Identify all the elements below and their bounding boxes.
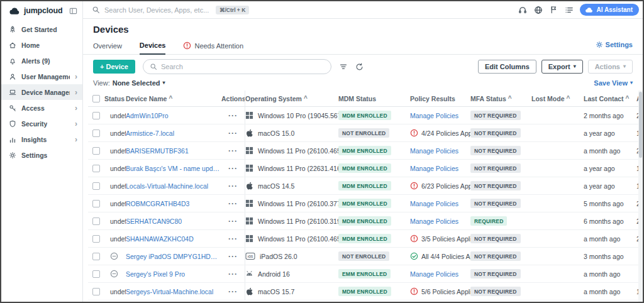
column-header-policy-results[interactable]: Policy Results — [410, 91, 470, 106]
select-all-checkbox[interactable] — [88, 91, 104, 106]
sidebar-item-settings[interactable]: Settings — [1, 147, 82, 163]
global-search-input[interactable] — [104, 6, 211, 14]
row-checkbox[interactable] — [88, 107, 104, 124]
scrollbar-thumb[interactable] — [639, 92, 642, 158]
row-checkbox[interactable] — [88, 142, 104, 159]
row-actions-button[interactable]: ··· — [221, 160, 245, 177]
row-actions-button[interactable]: ··· — [221, 177, 245, 194]
policy-results-cell: Manage Policies — [410, 195, 470, 212]
column-header-status[interactable]: Status^ — [104, 91, 126, 106]
task-queue-icon[interactable] — [565, 6, 574, 14]
manage-policies-link[interactable]: Manage Policies — [410, 165, 458, 172]
ai-assistant-button[interactable]: AI Assistant — [580, 4, 639, 16]
manage-policies-link[interactable]: Manage Policies — [410, 200, 458, 207]
sidebar-item-home[interactable]: Home — [1, 37, 82, 53]
row-checkbox[interactable] — [88, 160, 104, 177]
display-options-icon[interactable] — [339, 62, 348, 71]
edit-columns-button[interactable]: Edit Columns — [478, 60, 536, 74]
tab-needs-attention[interactable]: Needs Attention — [183, 41, 243, 54]
mdm-status-badge: MDM ENROLLED — [338, 216, 391, 226]
column-header-mfa-status[interactable]: MFA Status^ — [470, 91, 531, 106]
tab-devices[interactable]: Devices — [140, 41, 166, 55]
row-actions-button[interactable]: ··· — [221, 212, 245, 229]
device-status-error-icon: undefined — [104, 142, 126, 159]
device-name-link[interactable]: BARISERMUTBF361 — [126, 147, 189, 155]
device-name-link[interactable]: Sergey's Pixel 9 Pro — [126, 270, 185, 278]
sidebar-item-alerts-9[interactable]: Alerts (9) — [1, 53, 82, 69]
sidebar-item-label: Settings — [21, 152, 47, 159]
mdm-status-badge: NOT ENROLLED — [338, 128, 389, 138]
column-header-lost-mode[interactable]: Lost Mode^ — [531, 91, 584, 106]
row-checkbox[interactable] — [88, 230, 104, 247]
device-name-link[interactable]: Locals-Virtual-Machine.local — [126, 182, 208, 190]
manage-policies-link[interactable]: Manage Policies — [410, 147, 458, 155]
save-view-button[interactable]: Save View▾ — [594, 79, 633, 87]
device-name-link[interactable]: SHAHNAWAZKHC04D — [126, 235, 194, 243]
table-search[interactable] — [143, 59, 331, 74]
device-name-link[interactable]: Sergeys-Virtual-Machine.local — [126, 288, 213, 295]
column-header-operating-system[interactable]: Operating System^ — [245, 91, 338, 106]
row-checkbox[interactable] — [88, 177, 104, 194]
column-header-device-name[interactable]: Device Name^ — [126, 91, 221, 106]
sidebar-item-get-started[interactable]: Get Started — [1, 21, 82, 37]
global-search[interactable]: ⌘/Ctrl + K — [92, 6, 513, 14]
logo-row: jumpcloud — [1, 1, 82, 21]
vertical-scrollbar[interactable] — [638, 91, 643, 302]
row-actions-button[interactable]: ··· — [221, 265, 245, 282]
caret-down-icon: ▾ — [163, 80, 165, 85]
add-device-button[interactable]: + Device — [93, 60, 135, 74]
row-actions-button[interactable]: ··· — [221, 248, 245, 265]
actions-button[interactable]: Actions▾ — [588, 60, 633, 74]
policy-warning: 5/6 Policies Applied — [410, 287, 470, 295]
column-header-actions[interactable]: Actions — [221, 91, 245, 106]
column-header-mdm-status[interactable]: MDM Status — [338, 91, 410, 106]
device-name-link[interactable]: Sergey iPadOS DMPYG1HDKD6L — [126, 253, 221, 260]
device-name-link[interactable]: AdmWin10Pro — [126, 112, 169, 119]
row-checkbox[interactable] — [88, 265, 104, 282]
laptop-icon — [9, 89, 16, 96]
view-row: View: None Selected▾ Save View▾ — [83, 78, 643, 91]
os-label: Windows 11 Pro (22631.4169) — [258, 165, 338, 172]
manage-policies-link[interactable]: Manage Policies — [410, 218, 458, 225]
sidebar-item-device-management[interactable]: Device Management› — [1, 84, 82, 100]
sidebar-item-user-management[interactable]: User Management› — [1, 69, 82, 84]
refresh-icon[interactable] — [355, 63, 364, 71]
mfa-status-badge: REQUIRED — [470, 216, 507, 226]
device-name-link[interactable]: Armistice-7.local — [126, 129, 174, 137]
sidebar-item-insights[interactable]: Insights› — [1, 131, 82, 147]
view-selector[interactable]: None Selected▾ — [113, 79, 165, 87]
device-name-link[interactable]: SERHATCAN9C80 — [126, 218, 182, 225]
sidebar-item-security[interactable]: Security› — [1, 116, 82, 131]
device-name-link[interactable]: Burak Başcı's VM - name update — [126, 165, 221, 172]
sidebar-item-access[interactable]: Access› — [1, 100, 82, 116]
row-actions-button[interactable]: ··· — [221, 230, 245, 247]
device-name-link[interactable]: ROBMCGRATHB4D3 — [126, 200, 189, 207]
device-row: undefinedBurak Başcı's VM - name update·… — [88, 160, 643, 177]
device-status-error-icon: undefined — [104, 212, 126, 229]
row-checkbox[interactable] — [88, 283, 104, 300]
row-checkbox[interactable] — [88, 212, 104, 229]
manage-policies-link[interactable]: Manage Policies — [410, 112, 458, 119]
chevron-right-icon: › — [75, 136, 77, 143]
row-actions-button[interactable]: ··· — [221, 283, 245, 300]
row-actions-button[interactable]: ··· — [221, 124, 245, 141]
table-search-input[interactable] — [161, 63, 325, 70]
collapse-sidebar-icon[interactable] — [69, 7, 77, 15]
tab-overview[interactable]: Overview — [93, 42, 122, 54]
support-headset-icon[interactable] — [518, 6, 527, 14]
row-checkbox[interactable] — [88, 248, 104, 265]
row-actions-button[interactable]: ··· — [221, 142, 245, 159]
manage-policies-link[interactable]: Manage Policies — [410, 270, 458, 278]
last-contact-cell: 3 months ago — [584, 248, 636, 265]
page-settings-link[interactable]: Settings — [596, 41, 633, 48]
row-checkbox[interactable] — [88, 124, 104, 141]
row-checkbox[interactable] — [88, 195, 104, 212]
globe-icon[interactable] — [534, 6, 543, 14]
mdm-status-badge: MDM ENROLLED — [338, 111, 391, 120]
flag-icon[interactable] — [550, 6, 558, 14]
export-button[interactable]: Export▾ — [541, 60, 583, 74]
sidebar-item-label: Device Management — [21, 89, 70, 96]
row-actions-button[interactable]: ··· — [221, 195, 245, 212]
row-actions-button[interactable]: ··· — [221, 107, 245, 124]
column-header-last-contact[interactable]: Last Contact^ — [584, 91, 636, 106]
